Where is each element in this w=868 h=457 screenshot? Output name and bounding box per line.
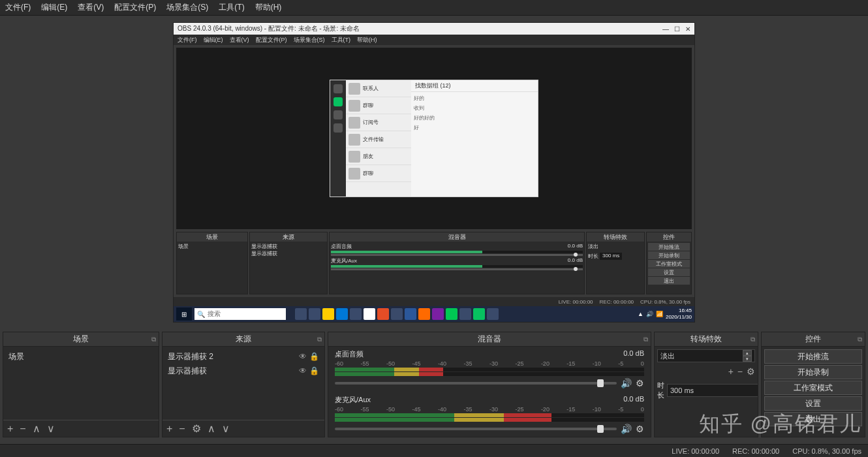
move-scene-down-button[interactable]: ∨ (47, 422, 55, 435)
nested-trans-header: 转场特效 (587, 232, 644, 242)
nested-dur-value: 300 ms (600, 253, 622, 260)
transition-selected: 淡出 (660, 351, 675, 361)
undock-icon[interactable]: ⧉ (151, 336, 156, 343)
search-placeholder: 搜索 (208, 309, 221, 319)
move-source-up-button[interactable]: ∧ (208, 422, 215, 435)
nested-mixer-db: 0.0 dB (568, 243, 583, 250)
nested-scene-item: 场景 (177, 242, 247, 294)
remove-scene-button[interactable]: − (20, 423, 25, 435)
transition-properties-button[interactable]: ⚙ (747, 366, 755, 377)
source-properties-button[interactable]: ⚙ (192, 422, 201, 435)
visibility-toggle-icon[interactable]: 👁 (299, 352, 307, 361)
nested-mixer-mic: 麦克风/Aux (331, 257, 357, 264)
settings-button[interactable]: 设置 (764, 396, 862, 411)
menu-view[interactable]: 查看(V) (78, 2, 104, 13)
menu-file[interactable]: 文件(F) (5, 2, 31, 13)
preview-area: OBS 24.0.3 (64-bit, windows) - 配置文件: 未命名… (0, 16, 868, 329)
nested-preview: 联系人 群聊 订阅号 文件传输 朋友 群聊 找数据组 (12) 好的 收到 (176, 48, 692, 229)
source-name: 显示器捕获 2 (168, 351, 213, 362)
start-recording-button[interactable]: 开始录制 (764, 365, 862, 379)
channel-settings-icon[interactable]: ⚙ (636, 378, 644, 388)
nested-sources-header: 来源 (250, 232, 327, 242)
sources-toolbar: + − ⚙ ∧ ∨ (163, 420, 324, 437)
move-scene-up-button[interactable]: ∧ (33, 422, 40, 435)
meter-scale: -60-55-50-45-40-35-30-25-20-15-10-50 (335, 406, 644, 413)
menu-tools[interactable]: 工具(T) (219, 2, 244, 13)
preview-canvas[interactable]: OBS 24.0.3 (64-bit, windows) - 配置文件: 未命名… (173, 22, 695, 323)
menu-scene-collection[interactable]: 场景集合(S) (166, 2, 208, 13)
add-transition-button[interactable]: + (728, 366, 734, 377)
chat-messages: 好的 收到 好的好的 好 (411, 92, 538, 197)
transition-select[interactable]: 淡出 ▴▾ (657, 349, 755, 362)
menu-help[interactable]: 帮助(H) (255, 2, 282, 13)
scene-item[interactable]: 场景 (6, 349, 156, 364)
remove-transition-button[interactable]: − (737, 366, 743, 377)
taskbar-tray: ▲🔊📶 16:452020/11/30 (638, 307, 692, 321)
lock-toggle-icon[interactable]: 🔒 (309, 366, 319, 375)
spin-up-icon[interactable]: ▴ (743, 350, 752, 356)
nested-window-controls: —☐✕ (657, 25, 690, 33)
mute-button-icon[interactable]: 🔊 (621, 378, 632, 388)
dock-panels: 场景 ⧉ 场景 + − ∧ ∨ 来源 ⧉ 显示器捕获 2 👁🔒 显示器捕获 👁🔒 (0, 329, 868, 440)
nested-menu-scenes: 场景集合(S) (294, 36, 325, 44)
sources-list[interactable]: 显示器捕获 2 👁🔒 显示器捕获 👁🔒 (163, 347, 324, 420)
nested-menu-profile: 配置文件(P) (256, 36, 287, 44)
volume-slider[interactable] (335, 428, 617, 430)
chat-conversation-list: 联系人 群聊 订阅号 文件传输 朋友 群聊 (346, 80, 411, 197)
nested-ctrl-header: 控件 (647, 232, 691, 242)
audio-meter (335, 413, 644, 417)
nested-ctrl-stream: 开始推流 (648, 243, 690, 251)
add-source-button[interactable]: + (166, 423, 172, 435)
nested-title: OBS 24.0.3 (64-bit, windows) - 配置文件: 未命名… (178, 24, 360, 33)
scenes-panel: 场景 ⧉ 场景 + − ∧ ∨ (3, 332, 159, 437)
add-scene-button[interactable]: + (7, 423, 13, 435)
nested-titlebar: OBS 24.0.3 (64-bit, windows) - 配置文件: 未命名… (174, 23, 694, 35)
undock-icon[interactable]: ⧉ (643, 336, 648, 343)
studio-mode-button[interactable]: 工作室模式 (764, 381, 862, 395)
spin-down-icon[interactable]: ▾ (743, 356, 752, 362)
visibility-toggle-icon[interactable]: 👁 (299, 366, 307, 375)
controls-header: 控件 ⧉ (762, 332, 865, 347)
controls-title: 控件 (805, 334, 821, 345)
status-live: LIVE: 00:00:00 (672, 447, 719, 455)
mixer-channel-desktop: 桌面音频 0.0 dB -60-55-50-45-40-35-30-25-20-… (331, 349, 648, 388)
nested-trans-fade: 淡出 (588, 243, 643, 250)
undock-icon[interactable]: ⧉ (317, 336, 322, 343)
nested-menubar: 文件(F) 编辑(E) 查看(V) 配置文件(P) 场景集合(S) 工具(T) … (174, 35, 694, 45)
duration-input[interactable] (667, 384, 758, 397)
chat-app-window: 联系人 群聊 订阅号 文件传输 朋友 群聊 找数据组 (12) 好的 收到 (330, 80, 538, 197)
status-cpu: CPU: 0.8%, 30.00 fps (792, 447, 861, 455)
nested-obs-window: OBS 24.0.3 (64-bit, windows) - 配置文件: 未命名… (174, 23, 694, 322)
exit-button[interactable]: 退出 (764, 412, 862, 426)
nested-menu-tools: 工具(T) (332, 36, 351, 44)
volume-slider[interactable] (335, 382, 617, 385)
nested-ctrl-studio: 工作室模式 (648, 260, 690, 268)
nested-status-rec: REC: 00:00:00 (600, 299, 634, 305)
menu-edit[interactable]: 编辑(E) (41, 2, 67, 13)
remove-source-button[interactable]: − (179, 423, 185, 435)
main-menubar: 文件(F) 编辑(E) 查看(V) 配置文件(P) 场景集合(S) 工具(T) … (0, 0, 868, 16)
nested-panels: 场景场景 来源显示器捕获显示器捕获 混音器 桌面音频0.0 dB 麦克风/Aux… (174, 232, 694, 297)
chat-header: 找数据组 (12) (411, 80, 538, 92)
undock-icon[interactable]: ⧉ (751, 336, 755, 343)
channel-settings-icon[interactable]: ⚙ (636, 424, 644, 434)
nested-dur-label: 时长 (588, 253, 598, 260)
audio-meter (335, 368, 644, 371)
lock-toggle-icon[interactable]: 🔒 (309, 352, 319, 361)
move-source-down-button[interactable]: ∨ (222, 422, 230, 435)
source-name: 显示器捕获 (168, 366, 207, 377)
menu-profile[interactable]: 配置文件(P) (114, 2, 156, 13)
scenes-list[interactable]: 场景 (3, 347, 159, 420)
source-item[interactable]: 显示器捕获 👁🔒 (165, 364, 322, 378)
source-item[interactable]: 显示器捕获 2 👁🔒 (165, 349, 322, 364)
nested-statusbar: LIVE: 00:00:00 REC: 00:00:00 CPU: 0.8%, … (174, 297, 694, 306)
chat-tab-icon (333, 110, 343, 119)
audio-meter (335, 372, 644, 376)
mute-button-icon[interactable]: 🔊 (621, 424, 632, 434)
start-streaming-button[interactable]: 开始推流 (764, 349, 862, 364)
sources-panel: 来源 ⧉ 显示器捕获 2 👁🔒 显示器捕获 👁🔒 + − ⚙ ∧ ∨ (162, 332, 325, 437)
transitions-header: 转场特效 ⧉ (655, 332, 758, 347)
status-rec: REC: 00:00:00 (732, 447, 779, 455)
undock-icon[interactable]: ⧉ (858, 336, 862, 343)
mixer-title: 混音器 (478, 334, 501, 345)
